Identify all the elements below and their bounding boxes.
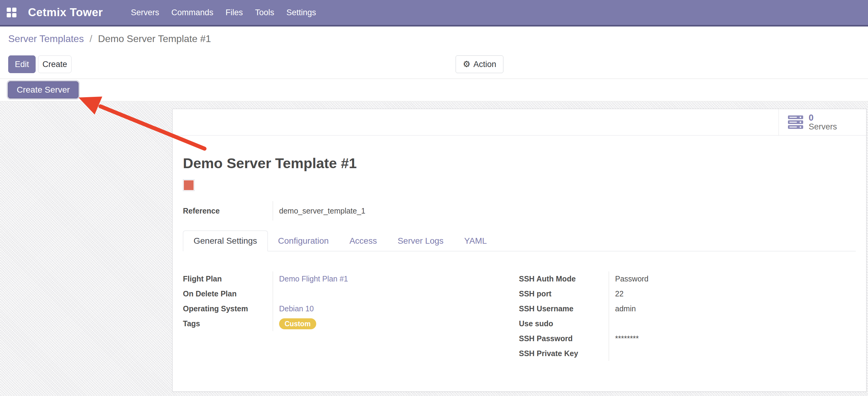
field-label-tags: Tags (183, 319, 273, 328)
field-label-ssh-auth-mode: SSH Auth Mode (519, 275, 609, 283)
field-row-ssh-port: SSH port22 (519, 286, 856, 301)
tab-bar: General SettingsConfigurationAccessServe… (183, 231, 856, 251)
field-label-ssh-port: SSH port (519, 289, 609, 298)
field-row-reference: Reference demo_server_template_1 (183, 201, 856, 221)
top-navbar: Cetmix Tower ServersCommandsFilesToolsSe… (0, 0, 868, 27)
stat-label: Servers (809, 122, 837, 131)
field-label-ssh-username: SSH Username (519, 304, 609, 313)
action-button-label: Action (473, 60, 496, 69)
server-icon (788, 115, 803, 129)
nav-menu: ServersCommandsFilesToolsSettings (125, 0, 322, 25)
field-label-reference: Reference (183, 206, 273, 215)
field-link-flight-plan[interactable]: Demo Flight Plan #1 (279, 275, 348, 283)
tab-configuration[interactable]: Configuration (268, 231, 339, 251)
tab-general-settings[interactable]: General Settings (183, 231, 268, 251)
control-panel: Server Templates / Demo Server Template … (0, 27, 868, 102)
field-value-tags: Custom (273, 316, 502, 331)
field-row-flight-plan: Flight PlanDemo Flight Plan #1 (183, 272, 502, 286)
field-row-ssh-password: SSH Password******** (519, 331, 856, 346)
divider (0, 79, 868, 79)
breadcrumb-parent-link[interactable]: Server Templates (8, 33, 84, 44)
field-label-ssh-password: SSH Password (519, 334, 609, 343)
form-view-background: 0 Servers Demo Server Template #1 Refere… (0, 102, 868, 396)
field-row-tags: TagsCustom (183, 316, 502, 331)
field-label-flight-plan: Flight Plan (183, 275, 273, 283)
field-value-operating-system: Debian 10 (273, 301, 502, 316)
field-label-use-sudo: Use sudo (519, 319, 609, 328)
edit-button[interactable]: Edit (8, 55, 36, 73)
record-sheet: Demo Server Template #1 Reference demo_s… (173, 154, 866, 361)
field-value-ssh-private-key (609, 346, 856, 361)
field-value-on-delete-plan (273, 286, 502, 301)
nav-item-files[interactable]: Files (219, 0, 249, 25)
apps-menu-icon[interactable] (7, 8, 17, 17)
stat-text: 0 Servers (809, 113, 837, 131)
field-value-ssh-port: 22 (609, 286, 856, 301)
field-value-ssh-auth-mode: Password (609, 272, 856, 286)
field-row-use-sudo: Use sudo (519, 316, 856, 331)
field-row-ssh-username: SSH Usernameadmin (519, 301, 856, 316)
nav-item-tools[interactable]: Tools (249, 0, 280, 25)
tab-content: Flight PlanDemo Flight Plan #1On Delete … (183, 272, 856, 361)
tab-access[interactable]: Access (339, 231, 387, 251)
field-row-ssh-auth-mode: SSH Auth ModePassword (519, 272, 856, 286)
field-value-ssh-password: ******** (609, 331, 856, 346)
button-box: 0 Servers (173, 109, 866, 136)
field-label-operating-system: Operating System (183, 304, 273, 313)
field-group-left: Flight PlanDemo Flight Plan #1On Delete … (183, 272, 502, 361)
stat-count: 0 (809, 113, 837, 122)
field-link-operating-system[interactable]: Debian 10 (279, 304, 314, 313)
color-swatch (183, 179, 194, 191)
tab-yaml[interactable]: YAML (454, 231, 497, 251)
field-value-flight-plan: Demo Flight Plan #1 (273, 272, 502, 286)
field-row-operating-system: Operating SystemDebian 10 (183, 301, 502, 316)
tab-server-logs[interactable]: Server Logs (387, 231, 454, 251)
servers-stat-button[interactable]: 0 Servers (778, 109, 866, 135)
breadcrumb: Server Templates / Demo Server Template … (8, 33, 211, 45)
field-label-on-delete-plan: On Delete Plan (183, 289, 273, 298)
record-card: 0 Servers Demo Server Template #1 Refere… (172, 109, 866, 392)
breadcrumb-separator: / (90, 33, 92, 44)
create-button[interactable]: Create (38, 55, 71, 73)
field-label-ssh-private-key: SSH Private Key (519, 349, 609, 358)
create-server-button[interactable]: Create Server (8, 81, 79, 98)
reference-group: Reference demo_server_template_1 (183, 201, 856, 221)
field-row-on-delete-plan: On Delete Plan (183, 286, 502, 301)
field-value-ssh-username: admin (609, 301, 856, 316)
field-group-right: SSH Auth ModePasswordSSH port22SSH Usern… (519, 272, 856, 361)
action-button[interactable]: ⚙ Action (456, 55, 503, 73)
field-value-use-sudo (609, 316, 856, 331)
tag-badge: Custom (279, 318, 316, 329)
record-title: Demo Server Template #1 (183, 154, 856, 172)
nav-item-settings[interactable]: Settings (280, 0, 322, 25)
nav-item-servers[interactable]: Servers (125, 0, 165, 25)
gear-icon: ⚙ (463, 60, 470, 68)
field-row-ssh-private-key: SSH Private Key (519, 346, 856, 361)
field-value-reference: demo_server_template_1 (273, 201, 856, 221)
nav-item-commands[interactable]: Commands (165, 0, 219, 25)
app-brand[interactable]: Cetmix Tower (28, 6, 103, 19)
breadcrumb-current: Demo Server Template #1 (98, 33, 211, 44)
